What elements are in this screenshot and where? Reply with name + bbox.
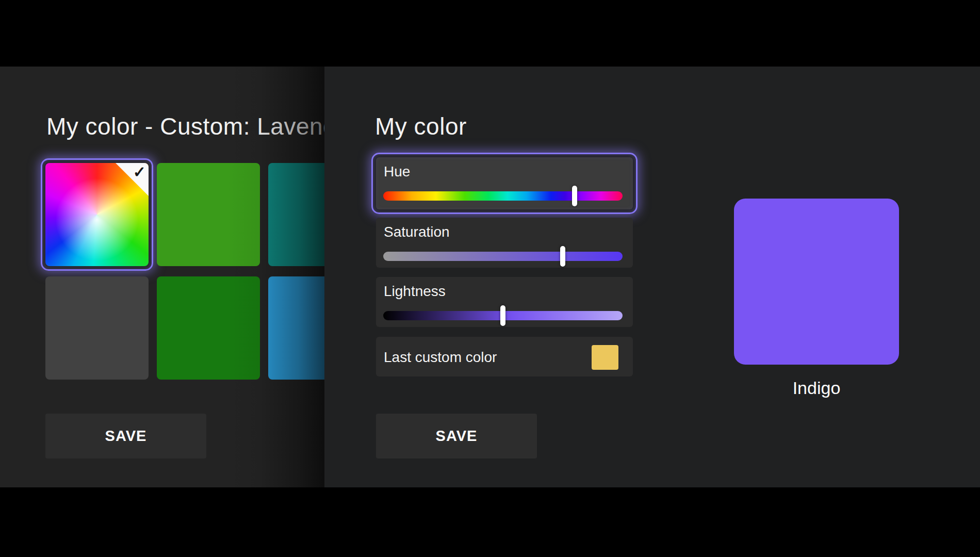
blue-tile xyxy=(268,276,324,380)
last-custom-color-row[interactable]: Last custom color xyxy=(376,337,633,376)
content-band: My color - Custom: Lavender ✓ xyxy=(0,67,980,487)
color-preview-square xyxy=(734,199,899,365)
rainbow-gradient-tile: ✓ xyxy=(45,163,149,266)
hue-slider-thumb[interactable] xyxy=(572,186,577,206)
right-save-button[interactable]: SAVE xyxy=(376,414,537,458)
color-preview-name: Indigo xyxy=(734,378,899,398)
dark-gray-tile xyxy=(45,276,149,380)
lightness-slider-track[interactable] xyxy=(383,311,623,320)
green-tile xyxy=(157,163,260,266)
last-custom-color-swatch xyxy=(592,345,618,370)
last-custom-color-label: Last custom color xyxy=(384,349,497,366)
hue-label: Hue xyxy=(384,163,410,180)
teal-tile xyxy=(268,163,324,266)
left-save-button[interactable]: SAVE xyxy=(45,414,206,458)
my-color-panel: My color Hue Saturation Lightness xyxy=(324,67,980,487)
saturation-label: Saturation xyxy=(384,224,450,240)
saturation-slider-track[interactable] xyxy=(383,252,623,261)
left-panel-title: My color - Custom: Lavender xyxy=(46,112,324,140)
checkmark-icon: ✓ xyxy=(133,163,146,181)
swatch-green[interactable] xyxy=(157,163,260,266)
custom-color-panel: My color - Custom: Lavender ✓ xyxy=(0,67,324,487)
swatch-teal[interactable] xyxy=(268,163,324,266)
swatch-dark-gray[interactable] xyxy=(45,276,149,380)
screen: My color - Custom: Lavender ✓ xyxy=(0,0,980,557)
dark-green-tile xyxy=(157,276,260,380)
hue-slider-card[interactable]: Hue xyxy=(376,157,633,209)
lightness-slider-thumb[interactable] xyxy=(500,305,505,326)
swatch-custom-color-picker[interactable]: ✓ xyxy=(45,163,149,266)
lightness-label: Lightness xyxy=(384,283,446,300)
saturation-slider-thumb[interactable] xyxy=(560,246,565,267)
right-panel-title: My color xyxy=(375,112,467,140)
swatch-blue[interactable] xyxy=(268,276,324,380)
hue-slider-track[interactable] xyxy=(383,191,623,201)
swatch-dark-green[interactable] xyxy=(157,276,260,380)
saturation-slider-card[interactable]: Saturation xyxy=(376,218,633,268)
hue-focus-ring xyxy=(371,153,638,214)
lightness-slider-card[interactable]: Lightness xyxy=(376,277,633,327)
